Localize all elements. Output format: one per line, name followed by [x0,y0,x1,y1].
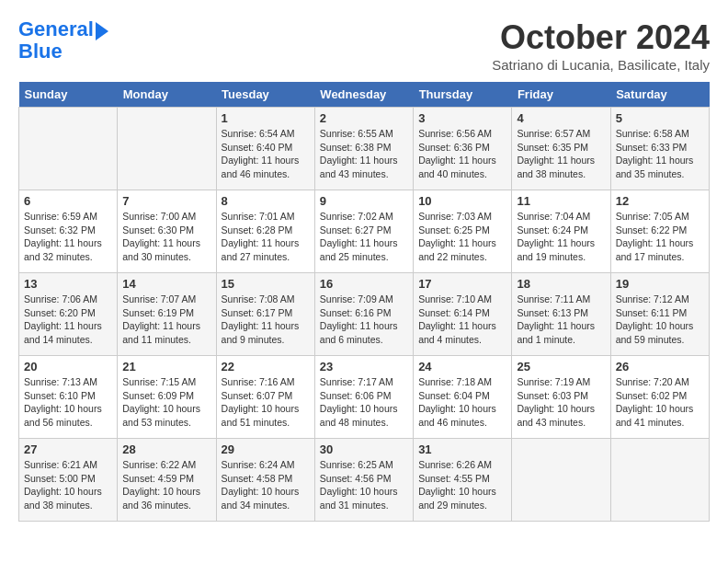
day-number: 24 [418,360,506,373]
day-info: Sunrise: 7:03 AMSunset: 6:25 PMDaylight:… [418,210,506,264]
table-row: 13Sunrise: 7:06 AMSunset: 6:20 PMDayligh… [19,273,118,356]
col-header-monday: Monday [118,82,216,108]
table-row: 14Sunrise: 7:07 AMSunset: 6:19 PMDayligh… [118,273,216,356]
day-number: 11 [517,194,605,208]
day-info: Sunrise: 7:18 AMSunset: 6:04 PMDaylight:… [418,375,506,430]
table-row: 19Sunrise: 7:12 AMSunset: 6:11 PMDayligh… [610,273,709,356]
table-row [19,108,118,190]
day-info: Sunrise: 6:58 AMSunset: 6:33 PMDaylight:… [616,127,704,181]
day-number: 7 [122,194,210,208]
day-number: 5 [616,111,704,125]
day-info: Sunrise: 6:22 AMSunset: 4:59 PMDaylight:… [122,458,210,512]
day-number: 22 [222,360,310,373]
page-header: General Blue October 2024 Satriano di Lu… [18,18,710,73]
table-row: 5Sunrise: 6:58 AMSunset: 6:33 PMDaylight… [610,108,709,190]
table-row: 10Sunrise: 7:03 AMSunset: 6:25 PMDayligh… [414,190,512,273]
day-number: 26 [616,360,704,373]
day-number: 28 [122,442,210,456]
day-info: Sunrise: 6:26 AMSunset: 4:55 PMDaylight:… [418,458,506,512]
table-row: 24Sunrise: 7:18 AMSunset: 6:04 PMDayligh… [414,356,512,439]
day-info: Sunrise: 7:02 AMSunset: 6:27 PMDaylight:… [320,210,408,264]
day-info: Sunrise: 7:05 AMSunset: 6:22 PMDaylight:… [616,210,704,264]
table-row: 15Sunrise: 7:08 AMSunset: 6:17 PMDayligh… [216,273,314,356]
table-row: 31Sunrise: 6:26 AMSunset: 4:55 PMDayligh… [414,439,512,522]
day-info: Sunrise: 7:10 AMSunset: 6:14 PMDaylight:… [418,293,506,347]
day-info: Sunrise: 7:12 AMSunset: 6:11 PMDaylight:… [616,293,704,347]
day-number: 21 [122,360,210,373]
table-row [610,439,709,522]
day-info: Sunrise: 7:16 AMSunset: 6:07 PMDaylight:… [222,375,310,430]
table-row [118,108,216,190]
table-row: 9Sunrise: 7:02 AMSunset: 6:27 PMDaylight… [314,190,413,273]
day-info: Sunrise: 7:15 AMSunset: 6:09 PMDaylight:… [122,375,210,430]
day-number: 23 [320,360,408,373]
logo-text: General [18,18,94,40]
day-number: 20 [24,360,112,373]
day-info: Sunrise: 7:20 AMSunset: 6:02 PMDaylight:… [616,375,704,430]
day-info: Sunrise: 6:59 AMSunset: 6:32 PMDaylight:… [24,210,112,264]
day-info: Sunrise: 6:56 AMSunset: 6:36 PMDaylight:… [418,127,506,181]
table-row: 20Sunrise: 7:13 AMSunset: 6:10 PMDayligh… [19,356,118,439]
calendar-body: 1Sunrise: 6:54 AMSunset: 6:40 PMDaylight… [19,108,710,522]
logo: General Blue [18,18,108,63]
table-row: 16Sunrise: 7:09 AMSunset: 6:16 PMDayligh… [314,273,413,356]
day-number: 14 [122,277,210,291]
calendar-week-3: 13Sunrise: 7:06 AMSunset: 6:20 PMDayligh… [19,273,710,356]
table-row: 7Sunrise: 7:00 AMSunset: 6:30 PMDaylight… [118,190,216,273]
table-row: 17Sunrise: 7:10 AMSunset: 6:14 PMDayligh… [414,273,512,356]
calendar-header-row: SundayMondayTuesdayWednesdayThursdayFrid… [19,82,710,108]
day-number: 8 [222,194,310,208]
day-number: 1 [222,111,310,125]
col-header-friday: Friday [512,82,610,108]
day-number: 16 [320,277,408,291]
day-info: Sunrise: 7:19 AMSunset: 6:03 PMDaylight:… [517,375,605,430]
calendar-week-1: 1Sunrise: 6:54 AMSunset: 6:40 PMDaylight… [19,108,710,190]
table-row: 2Sunrise: 6:55 AMSunset: 6:38 PMDaylight… [314,108,413,190]
day-info: Sunrise: 7:08 AMSunset: 6:17 PMDaylight:… [222,293,310,347]
col-header-saturday: Saturday [610,82,709,108]
day-info: Sunrise: 6:57 AMSunset: 6:35 PMDaylight:… [517,127,605,181]
day-info: Sunrise: 7:13 AMSunset: 6:10 PMDaylight:… [24,375,112,430]
day-number: 18 [517,277,605,291]
table-row: 8Sunrise: 7:01 AMSunset: 6:28 PMDaylight… [216,190,314,273]
calendar-table: SundayMondayTuesdayWednesdayThursdayFrid… [18,82,710,522]
day-info: Sunrise: 7:06 AMSunset: 6:20 PMDaylight:… [24,293,112,347]
day-number: 17 [418,277,506,291]
table-row: 1Sunrise: 6:54 AMSunset: 6:40 PMDaylight… [216,108,314,190]
day-number: 31 [418,442,506,456]
table-row: 3Sunrise: 6:56 AMSunset: 6:36 PMDaylight… [414,108,512,190]
calendar-week-4: 20Sunrise: 7:13 AMSunset: 6:10 PMDayligh… [19,356,710,439]
day-number: 3 [418,111,506,125]
day-info: Sunrise: 6:24 AMSunset: 4:58 PMDaylight:… [222,458,310,512]
day-info: Sunrise: 6:21 AMSunset: 5:00 PMDaylight:… [24,458,112,512]
day-number: 29 [222,442,310,456]
table-row: 23Sunrise: 7:17 AMSunset: 6:06 PMDayligh… [314,356,413,439]
day-info: Sunrise: 6:55 AMSunset: 6:38 PMDaylight:… [320,127,408,181]
col-header-tuesday: Tuesday [216,82,314,108]
day-info: Sunrise: 7:07 AMSunset: 6:19 PMDaylight:… [122,293,210,347]
col-header-thursday: Thursday [414,82,512,108]
day-info: Sunrise: 7:09 AMSunset: 6:16 PMDaylight:… [320,293,408,347]
day-number: 19 [616,277,704,291]
logo-subtext: Blue [18,40,108,63]
col-header-sunday: Sunday [19,82,118,108]
table-row: 11Sunrise: 7:04 AMSunset: 6:24 PMDayligh… [512,190,610,273]
table-row: 12Sunrise: 7:05 AMSunset: 6:22 PMDayligh… [610,190,709,273]
day-info: Sunrise: 7:11 AMSunset: 6:13 PMDaylight:… [517,293,605,347]
day-number: 25 [517,360,605,373]
day-number: 12 [616,194,704,208]
table-row: 18Sunrise: 7:11 AMSunset: 6:13 PMDayligh… [512,273,610,356]
table-row: 29Sunrise: 6:24 AMSunset: 4:58 PMDayligh… [216,439,314,522]
table-row: 6Sunrise: 6:59 AMSunset: 6:32 PMDaylight… [19,190,118,273]
table-row: 21Sunrise: 7:15 AMSunset: 6:09 PMDayligh… [118,356,216,439]
day-number: 9 [320,194,408,208]
location-subtitle: Satriano di Lucania, Basilicate, Italy [492,57,710,73]
calendar-week-5: 27Sunrise: 6:21 AMSunset: 5:00 PMDayligh… [19,439,710,522]
table-row: 26Sunrise: 7:20 AMSunset: 6:02 PMDayligh… [610,356,709,439]
month-title: October 2024 [492,18,710,57]
day-info: Sunrise: 7:01 AMSunset: 6:28 PMDaylight:… [222,210,310,264]
table-row: 25Sunrise: 7:19 AMSunset: 6:03 PMDayligh… [512,356,610,439]
col-header-wednesday: Wednesday [314,82,413,108]
logo-arrow-icon [96,22,108,40]
table-row: 22Sunrise: 7:16 AMSunset: 6:07 PMDayligh… [216,356,314,439]
